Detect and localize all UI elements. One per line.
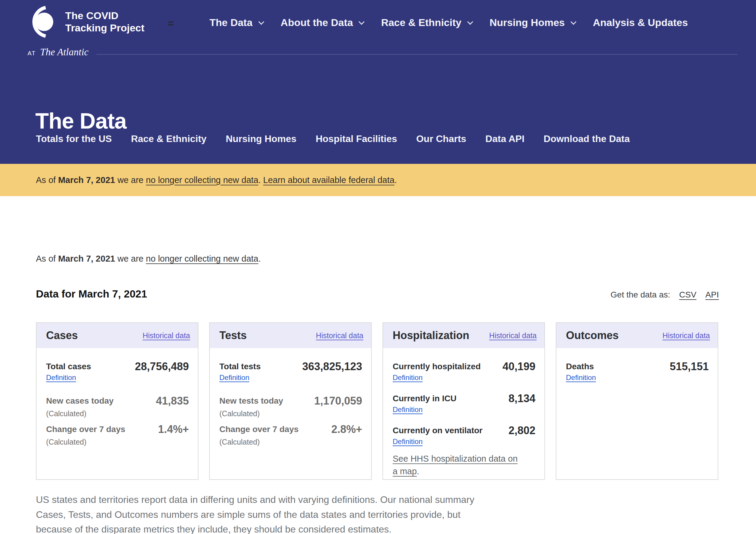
- no-longer-collecting-link[interactable]: no longer collecting new data: [146, 254, 258, 264]
- data-section-header: Data for March 7, 2021 Get the data as: …: [36, 279, 719, 309]
- nav-label: The Data: [209, 17, 253, 28]
- nav-item-nursing-homes[interactable]: Nursing Homes: [490, 17, 576, 28]
- definition-link[interactable]: Definition: [219, 373, 249, 382]
- card-title: Cases: [46, 329, 78, 342]
- csv-link[interactable]: CSV: [679, 290, 696, 300]
- chevron-down-icon: [570, 19, 577, 25]
- calculated-note: (Calculated): [46, 438, 125, 446]
- stat-value: 2,802: [508, 425, 535, 436]
- main-content: As of March 7, 2021 we are no longer col…: [36, 205, 719, 534]
- subnav-item-nursing-homes[interactable]: Nursing Homes: [226, 133, 296, 144]
- nav-label: Analysis & Updates: [593, 17, 688, 28]
- the-atlantic-logo[interactable]: The Atlantic: [40, 47, 89, 58]
- stat-row: Currently hospitalized Definition 40,199: [393, 362, 535, 382]
- nav-item-the-data[interactable]: The Data: [209, 17, 263, 28]
- subnav-item-hospital-facilities[interactable]: Hospital Facilities: [316, 133, 397, 144]
- definition-link[interactable]: Definition: [393, 437, 422, 446]
- nav-item-about-the-data[interactable]: About the Data: [281, 17, 364, 28]
- federal-data-link[interactable]: Learn about available federal data: [263, 175, 394, 185]
- site-logo[interactable]: The COVID Tracking Project: [27, 6, 145, 38]
- get-data-label: Get the data as:: [610, 290, 670, 300]
- stat-label: Total tests: [219, 362, 261, 371]
- tests-card: Tests Historical data Total tests Defini…: [209, 322, 372, 480]
- banner-date: March 7, 2021: [58, 175, 115, 185]
- hhs-map-link-wrap: See HHS hospitalization data on a map.: [393, 452, 524, 477]
- stat-label: Change over 7 days: [46, 424, 125, 434]
- subnav-item-download-data[interactable]: Download the Data: [544, 133, 630, 144]
- card-title: Tests: [219, 329, 247, 342]
- stat-row: New tests today (Calculated) 1,170,059: [219, 396, 362, 418]
- stat-label: Deaths: [566, 362, 596, 371]
- stat-row: Change over 7 days (Calculated) 2.8%+: [219, 424, 362, 446]
- nav-label: About the Data: [281, 17, 353, 28]
- collection-stopped-banner: As of March 7, 2021 we are no longer col…: [0, 164, 756, 196]
- api-link[interactable]: API: [705, 290, 719, 300]
- stat-value: 1,170,059: [314, 395, 362, 406]
- collection-notice: As of March 7, 2021 we are no longer col…: [36, 205, 719, 264]
- chevron-down-icon: [359, 19, 364, 25]
- stat-label: Total cases: [46, 362, 91, 371]
- stat-label: Change over 7 days: [219, 424, 299, 434]
- stat-row: Currently on ventilator Definition 2,802: [393, 426, 535, 446]
- banner-text: As of March 7, 2021 we are no longer col…: [36, 175, 397, 185]
- historical-data-link[interactable]: Historical data: [489, 331, 537, 340]
- stat-label: Currently in ICU: [393, 394, 456, 403]
- data-date-heading: Data for March 7, 2021: [36, 288, 147, 300]
- site-logo-text: The COVID Tracking Project: [65, 10, 145, 34]
- historical-data-link[interactable]: Historical data: [662, 331, 710, 340]
- see-hhs-map-link[interactable]: See HHS hospitalization data on a map: [393, 454, 518, 476]
- estimates-footnote: US states and territories report data in…: [36, 493, 482, 534]
- historical-data-link[interactable]: Historical data: [316, 331, 363, 340]
- subnav-item-data-api[interactable]: Data API: [485, 133, 524, 144]
- stat-value: 28,756,489: [135, 361, 189, 372]
- stat-value: 2.8%+: [331, 424, 362, 435]
- page-title: The Data: [35, 108, 126, 134]
- site-header: The COVID Tracking Project The Data Abou…: [0, 0, 756, 164]
- nav-item-analysis-updates[interactable]: Analysis & Updates: [593, 17, 688, 28]
- card-title: Hospitalization: [393, 329, 469, 342]
- historical-data-link[interactable]: Historical data: [143, 331, 190, 340]
- hospitalization-card: Hospitalization Historical data Currentl…: [383, 322, 545, 480]
- definition-link[interactable]: Definition: [393, 373, 422, 382]
- stat-row: New cases today (Calculated) 41,835: [46, 396, 189, 418]
- nav-item-race-ethnicity[interactable]: Race & Ethnicity: [381, 17, 472, 28]
- chevron-down-icon: [258, 19, 264, 25]
- definition-link[interactable]: Definition: [566, 373, 596, 382]
- card-title: Outcomes: [566, 329, 619, 342]
- stat-row: Change over 7 days (Calculated) 1.4%+: [46, 424, 189, 446]
- no-longer-collecting-link[interactable]: no longer collecting new data: [146, 175, 258, 185]
- sub-nav: Totals for the US Race & Ethnicity Nursi…: [36, 133, 630, 144]
- calculated-note: (Calculated): [46, 409, 114, 418]
- summary-cards: Cases Historical data Total cases Defini…: [36, 322, 719, 480]
- publisher-attribution: AT The Atlantic: [28, 47, 89, 58]
- menu-icon[interactable]: [168, 21, 173, 27]
- stat-row: Currently in ICU Definition 8,134: [393, 394, 535, 414]
- at-label: AT: [28, 50, 36, 57]
- cases-card: Cases Historical data Total cases Defini…: [36, 322, 199, 480]
- outcomes-card: Outcomes Historical data Deaths Definiti…: [556, 322, 718, 480]
- calculated-note: (Calculated): [219, 409, 283, 418]
- subnav-item-race-ethnicity[interactable]: Race & Ethnicity: [131, 133, 207, 144]
- definition-link[interactable]: Definition: [46, 373, 76, 382]
- calculated-note: (Calculated): [219, 438, 299, 446]
- main-nav: The Data About the Data Race & Ethnicity…: [209, 17, 688, 28]
- chevron-down-icon: [467, 19, 473, 25]
- subnav-item-totals-us[interactable]: Totals for the US: [36, 133, 112, 144]
- stat-label: New tests today: [219, 396, 283, 406]
- subnav-item-our-charts[interactable]: Our Charts: [416, 133, 466, 144]
- stat-value: 8,134: [508, 393, 535, 404]
- nav-label: Race & Ethnicity: [381, 17, 461, 28]
- stat-value: 1.4%+: [158, 424, 189, 435]
- logo-line-1: The COVID: [65, 10, 145, 22]
- notice-date: March 7, 2021: [58, 254, 115, 264]
- stat-label: New cases today: [46, 396, 114, 406]
- stat-row: Deaths Definition 515,151: [566, 362, 709, 382]
- stat-value: 515,151: [670, 361, 709, 372]
- stat-value: 40,199: [502, 361, 535, 372]
- stat-value: 41,835: [156, 395, 189, 406]
- stat-row: Total cases Definition 28,756,489: [46, 362, 189, 382]
- get-data-as: Get the data as: CSV API: [610, 290, 719, 300]
- logo-line-2: Tracking Project: [65, 22, 145, 34]
- definition-link[interactable]: Definition: [393, 405, 422, 414]
- header-divider: [96, 54, 738, 55]
